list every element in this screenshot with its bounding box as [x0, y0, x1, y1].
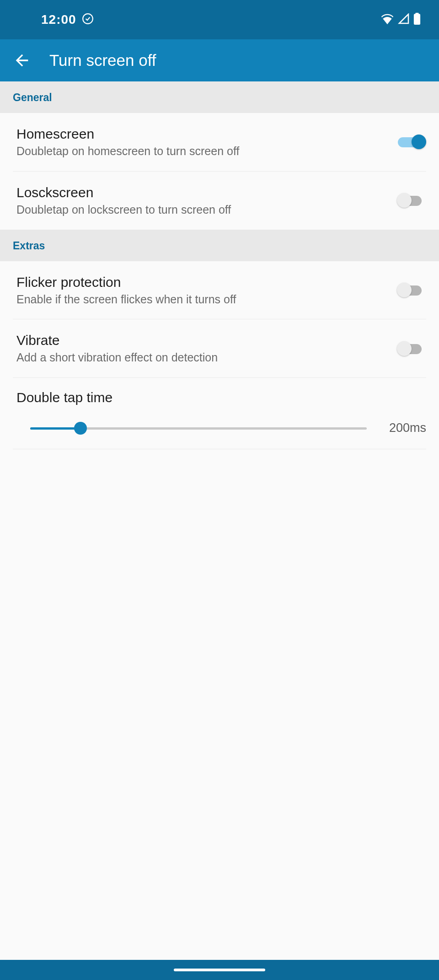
switch-thumb: [397, 283, 412, 297]
settings-list-general: Homescreen Doubletap on homescreen to tu…: [0, 113, 439, 230]
slider-value: 200ms: [380, 421, 426, 435]
app-bar: Turn screen off: [0, 39, 439, 81]
setting-homescreen[interactable]: Homescreen Doubletap on homescreen to tu…: [13, 113, 426, 172]
navigation-bar: [0, 960, 439, 980]
wifi-icon: [380, 13, 394, 26]
slider-fill: [30, 427, 80, 430]
setting-doubletap-time[interactable]: Double tap time 200ms: [13, 378, 426, 449]
signal-icon: [398, 13, 410, 26]
slider-thumb: [74, 422, 87, 435]
switch-thumb: [397, 193, 412, 208]
setting-text: Flicker protection Enable if the screen …: [16, 273, 388, 307]
arrow-back-icon: [13, 51, 31, 70]
alarm-check-icon: [82, 13, 94, 27]
setting-flicker[interactable]: Flicker protection Enable if the screen …: [13, 261, 426, 320]
svg-point-0: [83, 14, 93, 24]
setting-text: Homescreen Doubletap on homescreen to tu…: [16, 125, 388, 159]
status-right: [380, 13, 421, 27]
setting-title: Vibrate: [16, 331, 388, 349]
setting-subtitle: Add a short vibration effect on detectio…: [16, 350, 388, 366]
setting-lockscreen[interactable]: Losckscreen Doubletap on lockscreen to t…: [0, 172, 439, 230]
section-header-general: General: [0, 81, 439, 113]
toggle-flicker[interactable]: [397, 281, 426, 299]
status-left: 12:00: [41, 12, 94, 27]
battery-icon: [413, 13, 421, 27]
toggle-lockscreen[interactable]: [397, 191, 426, 210]
doubletap-slider[interactable]: [30, 422, 367, 435]
toggle-vibrate[interactable]: [397, 339, 426, 358]
svg-rect-2: [415, 13, 418, 15]
back-button[interactable]: [11, 49, 33, 71]
settings-list-extras: Flicker protection Enable if the screen …: [0, 261, 439, 450]
setting-title: Losckscreen: [16, 183, 388, 201]
setting-text: Losckscreen Doubletap on lockscreen to t…: [16, 183, 388, 218]
home-pill[interactable]: [174, 969, 265, 971]
setting-title: Homescreen: [16, 125, 388, 143]
setting-subtitle: Doubletap on lockscreen to turn screen o…: [16, 202, 388, 218]
setting-subtitle: Enable if the screen flickes when it tur…: [16, 292, 388, 307]
switch-thumb: [397, 341, 412, 356]
setting-subtitle: Doubletap on homescreen to turn screen o…: [16, 144, 388, 159]
status-time: 12:00: [41, 12, 76, 27]
section-header-extras: Extras: [0, 230, 439, 261]
setting-text: Vibrate Add a short vibration effect on …: [16, 331, 388, 366]
setting-vibrate[interactable]: Vibrate Add a short vibration effect on …: [13, 319, 426, 378]
setting-title: Double tap time: [16, 390, 426, 405]
setting-title: Flicker protection: [16, 273, 388, 291]
switch-thumb: [412, 135, 426, 149]
slider-body: 200ms: [16, 421, 426, 435]
page-title: Turn screen off: [49, 51, 156, 70]
status-bar: 12:00: [0, 0, 439, 39]
toggle-homescreen[interactable]: [397, 133, 426, 151]
svg-rect-1: [414, 14, 420, 25]
